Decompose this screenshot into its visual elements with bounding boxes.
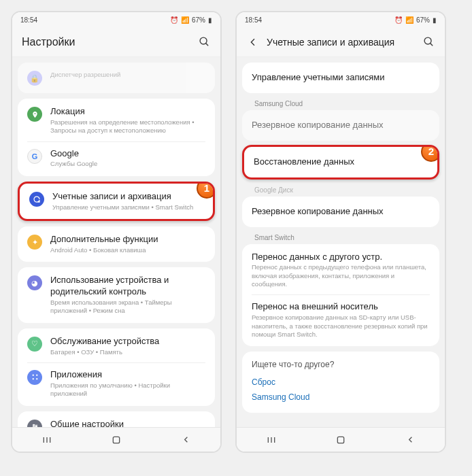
search-icon[interactable] — [197, 35, 211, 49]
group-backup-cloud: Резервное копирование данных — [242, 110, 439, 141]
row-sub: Разрешения на определение местоположения… — [50, 118, 205, 135]
section-samsung-cloud: Samsung Cloud — [242, 93, 439, 109]
home-button[interactable] — [106, 430, 127, 450]
recent-apps-button[interactable] — [261, 430, 282, 450]
apps-icon — [27, 370, 42, 385]
callout-badge-1: 1 — [197, 182, 215, 199]
row-permissions[interactable]: 🔒 Диспетчер разрешений — [18, 64, 215, 92]
status-right: ⏰ 📶 67% ▮ — [170, 16, 212, 24]
row-sub: Управление учетными записями • Smart Swi… — [52, 203, 203, 211]
section-smart-switch: Smart Switch — [242, 227, 439, 243]
group-location: Локация Разрешения на определение местоп… — [18, 99, 215, 176]
group-general: Общие настройки Язык и клавиатура • Дата… — [18, 411, 215, 427]
recent-apps-button[interactable] — [37, 430, 57, 450]
svg-point-3 — [36, 375, 37, 376]
phone-right: 18:54 ⏰ 📶 67% ▮ Учетные записи и архивац… — [235, 11, 446, 453]
row-apps[interactable]: Приложения Приложения по умолчанию • Нас… — [18, 363, 215, 405]
care-icon: ♡ — [27, 337, 42, 352]
search-icon[interactable] — [422, 35, 435, 49]
home-button[interactable] — [331, 430, 351, 450]
svg-line-1 — [205, 44, 208, 46]
accounts-scroll[interactable]: Управление учетными записями Samsung Clo… — [237, 57, 445, 427]
row-title: Google — [50, 148, 205, 160]
back-button[interactable] — [175, 430, 196, 450]
alarm-icon: ⏰ — [394, 16, 403, 24]
battery-icon: ▮ — [208, 16, 212, 24]
row-title: Резервное копирование данных — [252, 120, 384, 131]
svg-rect-15 — [113, 437, 119, 443]
back-icon[interactable] — [246, 35, 260, 49]
row-sub: Резервное копирование данных на SD-карту… — [252, 313, 430, 339]
page-title: Учетные записи и архивация — [267, 37, 415, 48]
looking-for: Ищете что-то другое? Сброс Samsung Cloud — [242, 352, 439, 413]
group-smart-switch: Перенос данных с другого устр. Перенос д… — [242, 244, 439, 347]
row-title: Перенос на внешний носитель — [252, 301, 430, 313]
back-button[interactable] — [400, 430, 420, 450]
settings-header: Настройки — [12, 27, 220, 57]
status-time: 18:54 — [245, 16, 262, 24]
row-location[interactable]: Локация Разрешения на определение местоп… — [18, 100, 215, 141]
status-bar: 18:54 ⏰ 📶 67% ▮ — [12, 12, 220, 27]
battery-pct: 67% — [192, 16, 205, 24]
row-external-storage[interactable]: Перенос на внешний носитель Резервное ко… — [242, 295, 439, 345]
row-transfer-device[interactable]: Перенос данных с другого устр. Перенос д… — [242, 245, 439, 295]
row-extra-features[interactable]: ✦ Дополнительные функции Android Auto • … — [18, 228, 215, 260]
row-accounts-backup[interactable]: Учетные записи и архивация Управление уч… — [20, 185, 213, 218]
group-extra: ✦ Дополнительные функции Android Auto • … — [18, 226, 215, 262]
nav-bar — [12, 427, 220, 452]
row-title: Дополнительные функции — [50, 234, 205, 245]
row-sub: Android Auto • Боковая клавиша — [50, 246, 205, 254]
row-sub: Службы Google — [50, 160, 205, 168]
status-time: 18:54 — [20, 16, 37, 24]
row-manage-accounts[interactable]: Управление учетными записями — [242, 64, 439, 92]
location-icon — [27, 107, 42, 122]
status-bar: 18:54 ⏰ 📶 67% ▮ — [237, 12, 445, 27]
link-samsung-cloud[interactable]: Samsung Cloud — [252, 390, 430, 405]
privacy-icon: 🔒 — [27, 71, 42, 86]
general-icon — [27, 420, 42, 427]
group-backup-drive: Резервное копирование данных — [242, 197, 439, 227]
row-google[interactable]: G Google Службы Google — [18, 142, 215, 175]
svg-point-2 — [32, 375, 33, 376]
row-sub: Перенос данных с предыдущего телефона ил… — [252, 263, 430, 288]
row-sub: Приложения по умолчанию • Настройки прил… — [50, 381, 205, 398]
page-title: Настройки — [22, 36, 190, 48]
svg-point-9 — [33, 424, 34, 426]
row-sub: Диспетчер разрешений — [50, 71, 205, 79]
phone-left: 18:54 ⏰ 📶 67% ▮ Настройки 🔒 Диспетчер ра… — [11, 11, 222, 453]
settings-scroll[interactable]: 🔒 Диспетчер разрешений Локация Разрешени… — [12, 57, 220, 427]
google-icon: G — [27, 149, 42, 164]
row-title: Использование устройства и родительский … — [50, 275, 205, 298]
row-digital-wellbeing[interactable]: ◕ Использование устройства и родительски… — [18, 269, 215, 321]
svg-point-5 — [36, 379, 37, 380]
svg-rect-21 — [337, 437, 343, 443]
row-title: Восстановление данных — [254, 156, 354, 168]
row-title: Локация — [50, 106, 205, 118]
sync-icon — [29, 192, 44, 207]
row-restore-data[interactable]: Восстановление данных — [244, 148, 437, 176]
group-usage: ◕ Использование устройства и родительски… — [18, 267, 215, 322]
status-right: ⏰ 📶 67% ▮ — [394, 16, 437, 24]
row-backup-drive[interactable]: Резервное копирование данных — [242, 198, 439, 226]
group-top: 🔒 Диспетчер разрешений — [18, 63, 215, 93]
looking-for-title: Ищете что-то другое? — [252, 360, 430, 369]
advanced-icon: ✦ — [27, 235, 42, 250]
svg-point-16 — [424, 37, 431, 44]
row-sub: Батарея • ОЗУ • Память — [50, 348, 205, 356]
group-manage: Управление учетными записями — [242, 63, 439, 93]
row-backup-cloud[interactable]: Резервное копирование данных — [242, 112, 439, 139]
link-reset[interactable]: Сброс — [252, 375, 430, 390]
nav-bar — [237, 427, 445, 452]
group-restore-highlight: 2 Восстановление данных — [242, 145, 439, 180]
wellbeing-icon: ◕ — [27, 275, 42, 290]
row-general[interactable]: Общие настройки Язык и клавиатура • Дата… — [18, 413, 215, 427]
row-title: Учетные записи и архивация — [52, 191, 203, 203]
wifi-icon: 📶 — [181, 16, 189, 24]
group-accounts-highlight: 1 Учетные записи и архивация Управление … — [18, 182, 215, 221]
svg-point-0 — [200, 37, 207, 44]
row-device-care[interactable]: ♡ Обслуживание устройства Батарея • ОЗУ … — [18, 330, 215, 362]
callout-badge-2: 2 — [421, 145, 439, 162]
battery-pct: 67% — [416, 16, 430, 24]
svg-point-10 — [35, 426, 37, 427]
alarm-icon: ⏰ — [170, 16, 178, 24]
